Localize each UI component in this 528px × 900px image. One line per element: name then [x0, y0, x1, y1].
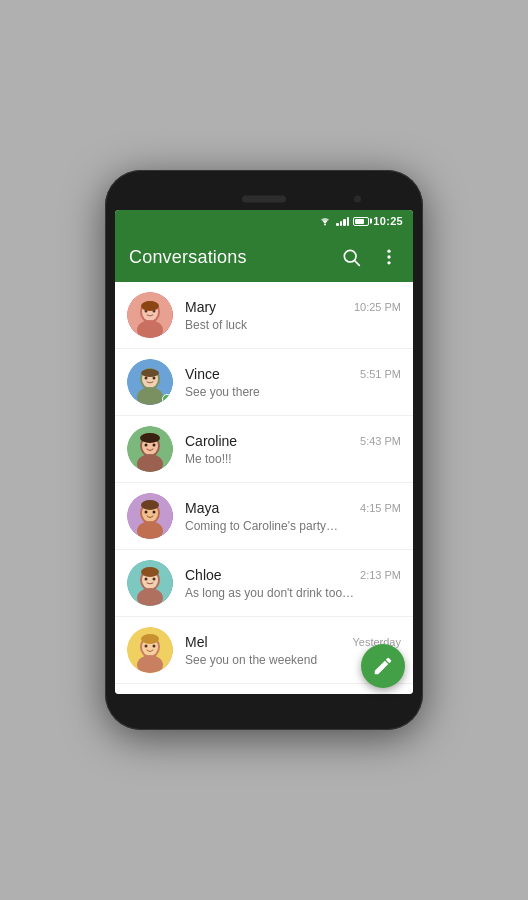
more-options-button[interactable]	[379, 247, 399, 267]
conv-preview-maya: Coming to Caroline's party…	[185, 519, 401, 533]
conv-name-mary: Mary	[185, 299, 216, 315]
conv-content-vince: Vince5:51 PMSee you there	[185, 366, 401, 399]
app-title: Conversations	[129, 247, 341, 268]
conv-header-chloe: Chloe2:13 PM	[185, 567, 401, 583]
svg-point-5	[387, 261, 390, 264]
conversation-item-maya[interactable]: Maya4:15 PMComing to Caroline's party…	[115, 483, 413, 550]
svg-line-2	[355, 261, 360, 266]
svg-point-18	[153, 377, 156, 380]
svg-point-40	[141, 567, 159, 577]
conv-name-vince: Vince	[185, 366, 220, 382]
avatar-maya	[127, 493, 173, 539]
search-icon	[341, 247, 361, 267]
conv-time-chloe: 2:13 PM	[360, 569, 401, 581]
svg-point-33	[141, 500, 159, 510]
conv-header-vince: Vince5:51 PM	[185, 366, 401, 382]
conversation-item-dev[interactable]: DevYesterdayAm in upstairs spot 😊	[115, 684, 413, 694]
conv-header-mary: Mary10:25 PM	[185, 299, 401, 315]
conv-header-maya: Maya4:15 PM	[185, 500, 401, 516]
svg-point-17	[145, 377, 148, 380]
svg-point-24	[145, 444, 148, 447]
svg-point-25	[153, 444, 156, 447]
conversation-item-mary[interactable]: Mary10:25 PMBest of luck	[115, 282, 413, 349]
conv-content-chloe: Chloe2:13 PMAs long as you don't drink t…	[185, 567, 401, 600]
conv-preview-vince: See you there	[185, 385, 401, 399]
phone-shell: 10:25 Conversations	[105, 170, 423, 730]
conv-time-vince: 5:51 PM	[360, 368, 401, 380]
svg-point-39	[153, 578, 156, 581]
edit-icon	[372, 655, 394, 677]
status-time: 10:25	[373, 215, 403, 227]
phone-screen: 10:25 Conversations	[115, 210, 413, 694]
conv-time-caroline: 5:43 PM	[360, 435, 401, 447]
conv-content-caroline: Caroline5:43 PMMe too!!!	[185, 433, 401, 466]
compose-fab[interactable]	[361, 644, 405, 688]
status-icons: 10:25	[318, 215, 403, 227]
conv-preview-mary: Best of luck	[185, 318, 401, 332]
app-bar: Conversations	[115, 232, 413, 282]
wifi-icon	[318, 216, 332, 226]
phone-camera	[354, 196, 361, 203]
avatar-caroline	[127, 426, 173, 472]
avatar-mel	[127, 627, 173, 673]
conversation-item-vince[interactable]: Vince5:51 PMSee you there	[115, 349, 413, 416]
conv-header-mel: MelYesterday	[185, 634, 401, 650]
svg-point-45	[145, 645, 148, 648]
conv-name-mel: Mel	[185, 634, 208, 650]
conv-content-maya: Maya4:15 PMComing to Caroline's party…	[185, 500, 401, 533]
conversation-list: Mary10:25 PMBest of luckVince5:51 PMSee …	[115, 282, 413, 694]
conv-name-maya: Maya	[185, 500, 219, 516]
svg-point-3	[387, 250, 390, 253]
svg-point-46	[153, 645, 156, 648]
phone-bottom-bar	[115, 694, 413, 712]
svg-point-4	[387, 255, 390, 258]
avatar-mary	[127, 292, 173, 338]
avatar-vince	[127, 359, 173, 405]
svg-point-38	[145, 578, 148, 581]
conversation-item-chloe[interactable]: Chloe2:13 PMAs long as you don't drink t…	[115, 550, 413, 617]
conv-content-mary: Mary10:25 PMBest of luck	[185, 299, 401, 332]
svg-point-0	[324, 224, 326, 226]
signal-bar-3	[343, 219, 346, 226]
signal-bar-2	[340, 221, 343, 226]
signal-icon	[336, 216, 349, 226]
svg-point-32	[153, 511, 156, 514]
svg-point-26	[140, 433, 160, 443]
status-bar: 10:25	[115, 210, 413, 232]
conv-time-mary: 10:25 PM	[354, 301, 401, 313]
battery-icon	[353, 217, 369, 226]
app-bar-icons	[341, 247, 399, 267]
signal-bar-4	[347, 217, 350, 226]
svg-point-12	[141, 301, 159, 311]
phone-top-bar	[115, 188, 413, 210]
more-vert-icon	[379, 247, 399, 267]
battery-fill	[355, 219, 364, 224]
conv-header-caroline: Caroline5:43 PM	[185, 433, 401, 449]
conv-preview-caroline: Me too!!!	[185, 452, 401, 466]
signal-bar-1	[336, 223, 339, 226]
svg-point-31	[145, 511, 148, 514]
online-indicator-vince	[162, 394, 172, 404]
conv-time-maya: 4:15 PM	[360, 502, 401, 514]
search-button[interactable]	[341, 247, 361, 267]
svg-point-47	[141, 634, 159, 644]
svg-point-19	[141, 369, 159, 377]
conversation-item-caroline[interactable]: Caroline5:43 PMMe too!!!	[115, 416, 413, 483]
conv-preview-chloe: As long as you don't drink too…	[185, 586, 401, 600]
conv-name-caroline: Caroline	[185, 433, 237, 449]
phone-speaker	[242, 196, 286, 203]
conv-name-chloe: Chloe	[185, 567, 222, 583]
avatar-chloe	[127, 560, 173, 606]
